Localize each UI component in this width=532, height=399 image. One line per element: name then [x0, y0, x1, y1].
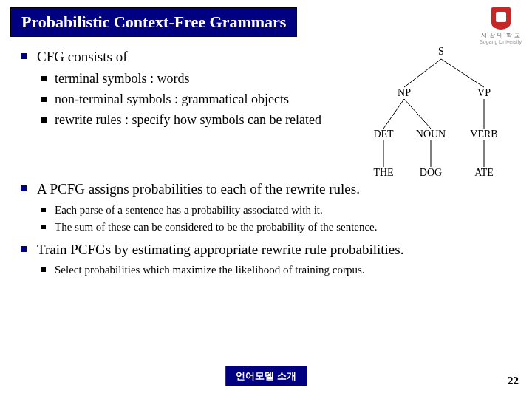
tree-lines — [366, 46, 517, 186]
tree-node-ate: ATE — [474, 167, 494, 179]
bullet-text: Train PCFGs by estimating appropriate re… — [37, 242, 403, 257]
page-number: 22 — [508, 375, 519, 387]
tree-node-vp: VP — [477, 87, 491, 99]
tree-node-np: NP — [398, 87, 411, 99]
bullet-item: Train PCFGs by estimating appropriate re… — [21, 239, 522, 279]
sub-bullet-list: Each parse of a sentence has a probabili… — [37, 202, 522, 236]
logo-text-kr: 서 강 대 학 교 — [480, 31, 522, 39]
tree-node-the: THE — [373, 167, 393, 179]
slide-title: Probabilistic Context-Free Grammars — [10, 7, 297, 37]
svg-line-3 — [404, 99, 431, 129]
svg-line-0 — [404, 59, 441, 87]
university-logo: 서 강 대 학 교 Sogang University — [480, 7, 522, 44]
bullet-text: A PCFG assigns probabilities to each of … — [37, 181, 360, 197]
bullet-text: CFG consists of — [37, 49, 127, 64]
sub-bullet-item: The sum of these can be considered to be… — [37, 219, 522, 236]
tree-node-dog: DOG — [420, 167, 442, 179]
bullet-item: A PCFG assigns probabilities to each of … — [21, 178, 522, 236]
sub-bullet-item: Select probabilities which maximize the … — [37, 262, 522, 279]
tree-node-noun: NOUN — [416, 129, 446, 140]
sub-bullet-list: Select probabilities which maximize the … — [37, 262, 522, 279]
svg-line-2 — [383, 99, 404, 129]
parse-tree-diagram: S NP VP DET NOUN VERB THE DOG ATE — [366, 46, 517, 186]
svg-line-1 — [441, 59, 484, 87]
logo-text-en: Sogang University — [480, 39, 522, 44]
tree-node-s: S — [438, 46, 444, 58]
sub-bullet-item: Each parse of a sentence has a probabili… — [37, 202, 522, 219]
tree-node-verb: VERB — [470, 129, 497, 140]
tree-node-det: DET — [373, 129, 393, 140]
footer-label: 언어모델 소개 — [225, 366, 307, 386]
shield-icon — [491, 7, 511, 30]
